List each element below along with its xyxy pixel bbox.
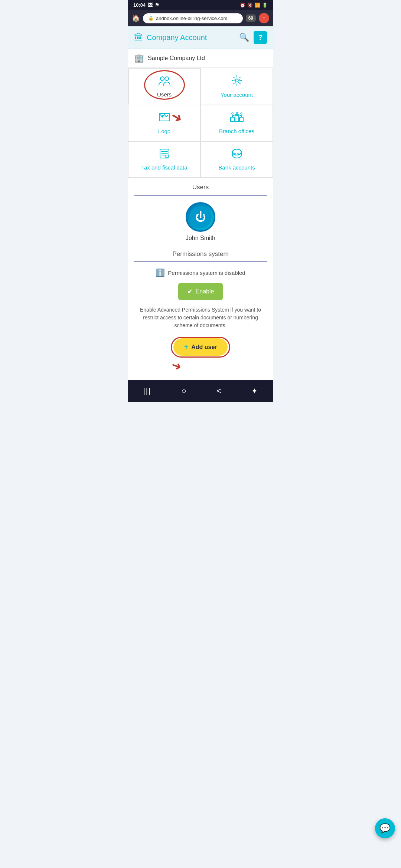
app-header-title: 🏛 Company Account — [134, 32, 207, 43]
user-avatar: ⏻ — [186, 202, 215, 232]
add-user-wrapper: + Add user — [134, 338, 267, 356]
permissions-status-text: Permissions system is disabled — [168, 270, 245, 276]
mute-icon: 🔇 — [247, 3, 253, 8]
user-name: John Smith — [186, 235, 215, 241]
add-user-button-label: Add user — [191, 344, 217, 351]
app-container: 🏛 Company Account 🔍 ? 🏢 Sample Company L… — [128, 26, 273, 380]
app-header: 🏛 Company Account 🔍 ? — [128, 26, 273, 49]
company-building-icon: 🏢 — [134, 53, 144, 63]
svg-point-10 — [241, 113, 242, 114]
power-icon: ⏻ — [195, 211, 206, 223]
status-alert-icon: ⚑ — [155, 2, 159, 8]
bottom-nav-recents[interactable]: ✦ — [248, 385, 261, 397]
menu-branch-offices-label: Branch offices — [219, 128, 254, 134]
menu-item-your-account[interactable]: Your account — [200, 68, 273, 105]
svg-rect-6 — [235, 116, 239, 122]
branch-offices-icon — [230, 112, 244, 125]
menu-item-branch-offices[interactable]: Branch offices — [200, 105, 273, 141]
signal-icon: 📶 — [255, 3, 260, 8]
users-icon — [159, 75, 170, 88]
search-button[interactable]: 🔍 — [237, 31, 251, 44]
menu-item-tax-fiscal[interactable]: Tax and fiscal data — [128, 141, 200, 178]
logo-icon — [159, 112, 170, 125]
menu-item-bank-accounts[interactable]: Bank accounts — [200, 141, 273, 178]
bottom-navigation: ||| ○ < ✦ — [128, 380, 273, 402]
tax-icon — [159, 148, 170, 161]
add-user-arrow-wrapper: ➜ — [134, 363, 267, 374]
status-time: 10:04 — [133, 2, 146, 8]
browser-url-text: andbox.online-billing-service.com — [156, 16, 227, 21]
permissions-description: Enable Advanced Permissions System if yo… — [134, 306, 267, 329]
menu-your-account-label: Your account — [221, 92, 253, 98]
menu-grid: Users Your account — [128, 68, 273, 178]
status-bar: 10:04 🖼 ⚑ ⏰ 🔇 📶 🔋 — [128, 0, 273, 10]
enable-button-label: Enable — [196, 288, 214, 295]
browser-home-icon[interactable]: 🏠 — [132, 14, 140, 22]
help-icon: ? — [258, 34, 263, 42]
svg-point-18 — [232, 149, 241, 155]
browser-upload-icon[interactable]: ↑ — [259, 13, 269, 23]
browser-tab-count[interactable]: 69 — [246, 14, 256, 22]
content-area: ➜ Users ⏻ John Smith Permissions system … — [128, 178, 273, 380]
help-button[interactable]: ? — [254, 31, 267, 44]
status-image-icon: 🖼 — [148, 2, 153, 8]
svg-point-2 — [235, 79, 238, 82]
permissions-section-title: Permissions system — [134, 250, 267, 262]
add-user-button[interactable]: + Add user — [173, 338, 227, 356]
menu-bank-accounts-label: Bank accounts — [218, 164, 255, 171]
svg-point-1 — [165, 77, 169, 80]
users-section-title: Users — [134, 184, 267, 195]
svg-rect-7 — [231, 117, 234, 122]
browser-url-bar[interactable]: 🔒 andbox.online-billing-service.com — [143, 13, 243, 23]
bottom-nav-home[interactable]: ○ — [178, 385, 190, 397]
browser-lock-icon: 🔒 — [148, 16, 154, 21]
bottom-nav-back[interactable]: < — [213, 385, 225, 397]
enable-button[interactable]: ✔ Enable — [178, 283, 223, 300]
menu-tax-label: Tax and fiscal data — [141, 164, 187, 171]
svg-point-5 — [161, 115, 163, 116]
app-title-text: Company Account — [147, 33, 207, 42]
menu-users-label: Users — [157, 91, 172, 98]
alarm-icon: ⏰ — [240, 3, 245, 8]
user-avatar-inner: ⏻ — [189, 206, 212, 228]
bottom-nav-menu[interactable]: ||| — [140, 385, 155, 397]
gear-icon — [231, 75, 242, 89]
app-header-icons: 🔍 ? — [237, 31, 267, 44]
user-card[interactable]: ⏻ John Smith — [134, 202, 267, 241]
company-name: Sample Company Ltd — [148, 55, 205, 62]
bank-icon — [231, 148, 243, 161]
svg-point-11 — [236, 112, 238, 114]
info-icon: ℹ️ — [156, 268, 165, 277]
status-bar-right: ⏰ 🔇 📶 🔋 — [240, 3, 268, 8]
permissions-status-row: ℹ️ Permissions system is disabled — [134, 268, 267, 277]
svg-rect-16 — [165, 155, 168, 157]
svg-point-9 — [232, 113, 233, 114]
svg-rect-8 — [239, 117, 243, 122]
menu-logo-label: Logo — [158, 128, 170, 134]
company-account-icon: 🏛 — [134, 32, 143, 43]
company-row: 🏢 Sample Company Ltd — [128, 49, 273, 68]
menu-item-logo[interactable]: Logo — [128, 105, 200, 141]
menu-item-users[interactable]: Users — [128, 68, 200, 105]
add-user-red-arrow: ➜ — [169, 358, 183, 375]
enable-check-icon: ✔ — [187, 287, 193, 296]
battery-icon: 🔋 — [262, 3, 268, 8]
browser-bar: 🏠 🔒 andbox.online-billing-service.com 69… — [128, 10, 273, 26]
add-user-plus-icon: + — [184, 343, 188, 351]
status-bar-left: 10:04 🖼 ⚑ — [133, 2, 159, 8]
svg-point-0 — [160, 77, 164, 80]
